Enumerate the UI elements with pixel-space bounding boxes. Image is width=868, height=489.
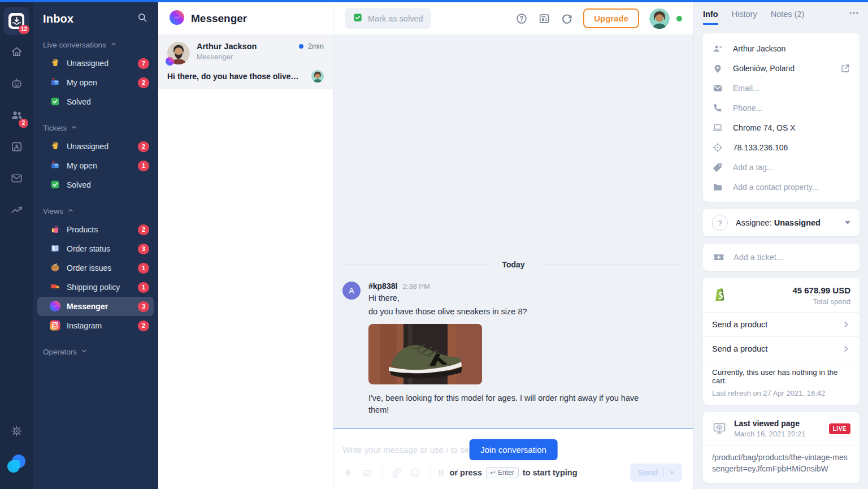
news-icon[interactable] [538,12,550,25]
caret-down-icon [845,221,850,224]
conversation-name: Arthur Jackson [197,42,257,51]
mail-icon [712,83,723,94]
search-icon[interactable] [137,12,148,25]
rail-item-inbox[interactable]: 12 [3,7,29,35]
sidebar-item-messenger[interactable]: Messenger 3 [37,297,154,316]
add-tag-row[interactable]: Add a tag... [712,157,850,177]
attachment-icon[interactable] [390,467,402,478]
rail-item-contacts[interactable] [3,133,29,162]
rail-item-reports[interactable] [3,197,29,225]
unread-badge: 7 [138,58,149,69]
add-ticket-card[interactable]: Add a ticket... [703,244,860,271]
add-property-placeholder: Add a contact property... [733,183,819,192]
enter-hint: or press ↵ Enter to start typing [450,467,578,478]
last-viewed-url[interactable]: /product/bag/products/the-vintage-messen… [703,445,860,483]
tab-notes[interactable]: Notes (2) [771,3,805,25]
external-link-icon[interactable] [840,63,850,73]
sidebar-item-tickets-my-open[interactable]: My open 1 [37,156,154,175]
customer-avatar [167,42,190,64]
sidebar-item-products[interactable]: Products 2 [37,220,154,239]
unread-badge: 1 [138,282,149,293]
tab-history[interactable]: History [732,3,757,25]
assignee-card[interactable]: ? Assignee: Unassigned [703,209,860,236]
join-conversation-button[interactable]: Join conversation [469,439,558,460]
more-options-icon[interactable] [848,7,860,21]
day-divider-label: Today [502,260,524,269]
sidebar-item-label: Solved [67,180,91,189]
section-views[interactable]: Views [33,201,158,220]
conversation-list: Messenger Arthur Jackson Messenger 2min [158,2,333,489]
sidebar-item-live-unassigned[interactable]: Unassigned 7 [37,54,154,73]
monitor-eye-icon [712,421,727,436]
sidebar-item-live-solved[interactable]: Solved [37,92,154,111]
sidebar-item-tickets-solved[interactable]: Solved [37,175,154,194]
send-button[interactable]: Send [630,464,682,482]
sidebar-item-label: Products [67,225,98,234]
mailbox-icon [50,160,61,171]
refresh-icon[interactable] [561,12,573,25]
section-live-conversations[interactable]: Live conversations [33,35,158,54]
sidebar-item-tickets-unassigned[interactable]: Unassigned 2 [37,137,154,156]
message-history[interactable]: Today A #kp838l 2:38 PM Hi there, do you… [333,35,693,428]
enter-key-chip: ↵ Enter [486,467,519,478]
quick-replies-icon[interactable] [342,467,354,478]
conversation-list-item[interactable]: Arthur Jackson Messenger 2min Hi there, … [158,35,333,89]
contact-browser: Chrome 74, OS X [733,123,796,132]
bold-button[interactable]: B [439,468,445,477]
section-operators[interactable]: Operators [33,342,158,361]
add-property-row[interactable]: Add a contact property... [712,177,850,197]
app-rail: 12 2 [0,2,33,489]
rail-item-settings[interactable] [3,418,29,446]
hint-text: to start typing [523,468,578,477]
mark-as-solved-label: Mark as solved [368,14,423,23]
visitor-avatar: A [342,282,361,300]
sidebar-item-shipping-policy[interactable]: Shipping policy 1 [37,278,154,297]
contact-ip-row: 78.133.236.106 [712,137,850,157]
map-pin-icon [712,63,723,74]
contact-card-icon [10,140,23,155]
online-status-dot [676,16,682,21]
sidebar-item-order-status[interactable]: Order status 3 [37,239,154,258]
rail-item-livechat-logo[interactable] [3,449,29,478]
sidebar-item-label: Messenger [67,302,108,311]
customer-details-panel: Info History Notes (2) Arthur Jackson Go… [693,2,868,489]
laptop-icon [712,122,723,133]
sidebar-item-label: My open [67,78,97,87]
tab-info[interactable]: Info [703,3,718,25]
section-label: Tickets [43,124,67,132]
sidebar-title: Inbox [43,12,73,25]
trend-chart-icon [10,204,23,219]
sneaker-photo-attachment[interactable] [368,324,482,384]
section-tickets[interactable]: Tickets [33,118,158,137]
contact-email-placeholder: Email... [733,84,760,93]
sidebar-item-label: Unassigned [67,59,108,68]
unread-dot [299,44,303,49]
unread-badge: 2 [138,77,149,88]
crosshair-icon [712,142,723,153]
contact-phone-row[interactable]: Phone... [712,98,850,118]
sidebar-item-instagram[interactable]: Instagram 2 [37,316,154,335]
rail-item-tickets-mail[interactable] [3,165,29,193]
day-divider: Today [342,260,684,269]
instagram-icon [50,320,61,331]
rail-item-team[interactable]: 2 [3,102,29,130]
phone-icon [712,102,723,114]
tag-icon [712,162,723,173]
agent-avatar[interactable] [649,8,670,29]
chatbot-suggestion-icon[interactable] [362,467,373,478]
help-icon[interactable] [515,12,528,25]
sidebar-item-live-my-open[interactable]: My open 2 [37,73,154,92]
send-product-row[interactable]: Send a product [703,337,860,361]
send-product-row[interactable]: Send a product [703,313,860,336]
add-ticket-placeholder: Add a ticket... [734,253,783,262]
conversation-time: 2min [308,42,324,50]
contact-email-row[interactable]: Email... [712,78,850,98]
emoji-icon[interactable] [410,467,421,478]
rail-item-chatbot[interactable] [3,70,29,98]
message-text: Hi there, [368,292,645,304]
upgrade-button[interactable]: Upgrade [583,8,639,28]
sidebar-item-order-issues[interactable]: Order issues 1 [37,258,154,278]
rail-item-home[interactable] [3,38,29,67]
ticket-plus-icon [712,250,726,264]
mark-as-solved-button[interactable]: Mark as solved [345,8,431,29]
